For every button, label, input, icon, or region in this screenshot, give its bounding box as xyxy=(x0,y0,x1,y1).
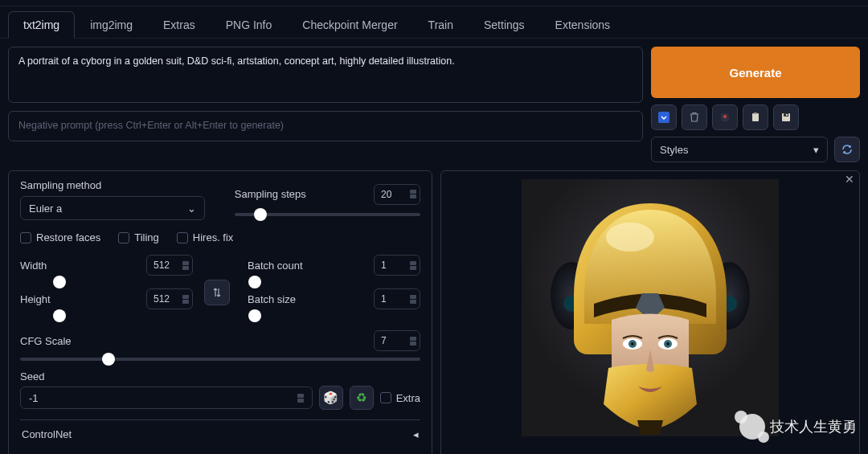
red-dot-icon xyxy=(719,112,731,123)
prompt-input[interactable] xyxy=(8,47,643,103)
trash-button[interactable] xyxy=(682,104,707,130)
batch-size-label: Batch size xyxy=(248,293,296,305)
tiling-checkbox[interactable] xyxy=(118,232,129,243)
save-button[interactable] xyxy=(773,104,799,130)
sampling-method-select[interactable]: Euler a ⌄ xyxy=(20,196,205,220)
random-seed-button[interactable]: 🎲 xyxy=(319,386,343,410)
height-label: Height xyxy=(20,293,51,305)
styles-label: Styles xyxy=(660,144,688,156)
svg-point-2 xyxy=(723,115,727,118)
tab-extras[interactable]: Extras xyxy=(148,11,211,38)
cfg-value[interactable]: 7 xyxy=(374,330,420,351)
generate-button[interactable]: Generate xyxy=(651,47,860,98)
swap-dims-button[interactable] xyxy=(204,280,230,305)
cfg-label: CFG Scale xyxy=(20,335,72,347)
recycle-icon: ♻ xyxy=(356,391,366,405)
svg-point-16 xyxy=(631,342,634,346)
restore-faces-checkbox[interactable] xyxy=(20,232,31,243)
tab-settings[interactable]: Settings xyxy=(469,11,540,38)
controlnet-accordion[interactable]: ControlNet ◂ xyxy=(20,419,420,448)
tab-checkpoint-merger[interactable]: Checkpoint Merger xyxy=(287,11,412,38)
reuse-seed-button[interactable]: ♻ xyxy=(350,386,374,410)
svg-rect-4 xyxy=(754,112,757,114)
batch-size-value[interactable]: 1 xyxy=(374,288,420,309)
hires-fix-label: Hires. fix xyxy=(193,231,234,243)
batch-count-value[interactable]: 1 xyxy=(374,255,420,276)
sampling-steps-value[interactable]: 20 xyxy=(374,184,420,205)
tiling-label: Tiling xyxy=(134,231,159,243)
extra-seed-checkbox[interactable] xyxy=(380,392,391,403)
cyborg-portrait-image xyxy=(522,179,779,436)
clipboard-icon xyxy=(750,112,761,123)
triangle-left-icon: ◂ xyxy=(413,428,419,440)
tab-extensions[interactable]: Extensions xyxy=(540,11,625,38)
tab-train[interactable]: Train xyxy=(413,11,469,38)
svg-rect-3 xyxy=(752,113,759,121)
output-image[interactable] xyxy=(449,179,851,436)
batch-count-label: Batch count xyxy=(248,260,303,272)
restore-faces-label: Restore faces xyxy=(36,231,100,243)
tab-png-info[interactable]: PNG Info xyxy=(211,11,288,38)
sampling-steps-slider[interactable] xyxy=(235,213,420,216)
extra-seed-label: Extra xyxy=(396,392,420,404)
output-panel: ✕ xyxy=(440,170,860,454)
red-dot-button[interactable] xyxy=(712,104,738,130)
negative-prompt-input[interactable] xyxy=(8,111,643,141)
svg-rect-7 xyxy=(786,114,788,116)
hires-fix-checkbox[interactable] xyxy=(177,232,188,243)
svg-point-19 xyxy=(666,342,669,346)
sampling-steps-label: Sampling steps xyxy=(235,188,306,200)
width-label: Width xyxy=(20,260,47,272)
clipboard-button[interactable] xyxy=(743,104,768,130)
stepper-icon xyxy=(410,190,416,198)
chevron-down-icon: ⌄ xyxy=(187,202,196,215)
arrow-down-button[interactable] xyxy=(651,104,677,130)
script-label: Script xyxy=(20,448,420,454)
dice-icon: 🎲 xyxy=(323,391,338,405)
refresh-styles-button[interactable] xyxy=(834,137,860,162)
chevron-down-icon: ▾ xyxy=(813,144,819,156)
styles-select[interactable]: Styles ▾ xyxy=(651,137,828,162)
svg-rect-0 xyxy=(658,112,669,123)
tab-img2img[interactable]: img2img xyxy=(75,11,148,38)
refresh-icon xyxy=(841,143,854,156)
tab-txt2img[interactable]: txt2img xyxy=(8,11,75,38)
trash-icon xyxy=(689,112,700,123)
floppy-icon xyxy=(780,112,792,123)
seed-label: Seed xyxy=(20,370,44,382)
main-tabs: txt2img img2img Extras PNG Info Checkpoi… xyxy=(0,6,868,39)
params-panel: Sampling method Euler a ⌄ Sampling steps… xyxy=(8,170,432,454)
height-value[interactable]: 512 xyxy=(146,288,193,309)
swap-icon xyxy=(211,287,223,298)
sampling-method-value: Euler a xyxy=(29,202,62,215)
seed-input[interactable]: -1 xyxy=(20,387,313,409)
svg-point-13 xyxy=(606,223,654,252)
arrow-down-icon xyxy=(657,111,670,124)
width-value[interactable]: 512 xyxy=(146,255,193,276)
controlnet-label: ControlNet xyxy=(22,428,72,440)
cfg-slider[interactable] xyxy=(20,358,420,361)
sampling-method-label: Sampling method xyxy=(20,179,227,191)
